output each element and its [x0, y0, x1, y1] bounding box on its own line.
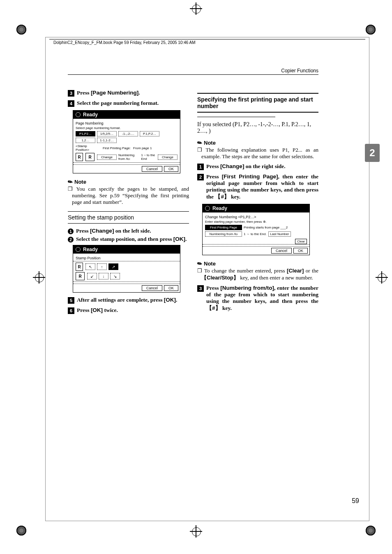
last-number-button[interactable]: Last Number [268, 231, 291, 237]
first-printing-page-value: From page 1 [133, 146, 152, 150]
clear-button[interactable]: [Clear] [287, 268, 304, 274]
hash-key[interactable]: # [215, 194, 230, 200]
subsection-heading: Setting the stamp position [68, 211, 189, 224]
note2-or: or the [304, 268, 318, 274]
change-button[interactable]: [Change] [90, 228, 114, 234]
arrow-top-left-icon[interactable]: ↖ [85, 263, 95, 270]
note-heading: ✎Note [197, 260, 318, 267]
numbering-from-to-label: Numbering from /to: [118, 153, 140, 161]
note-body: The following explanation uses P1, P2...… [201, 147, 318, 160]
ok-button[interactable]: [OK] [91, 307, 103, 313]
orientation-icon[interactable]: R [76, 272, 85, 280]
intro-paragraph: If you selected (P1, P2…, -1-,-2-…, P.1,… [197, 121, 318, 134]
lcd-page-numbering: Ready Page Numbering Select page numberi… [73, 110, 180, 173]
page-frame-top [49, 39, 365, 39]
lcd-status: Ready [212, 205, 227, 211]
change-button[interactable]: Change [97, 155, 117, 160]
left-column: 3 Press [Page Numbering]. 4 Select the p… [68, 87, 189, 317]
divider [197, 117, 275, 117]
format-option[interactable]: 1,2… [76, 138, 95, 143]
crop-mark [190, 525, 202, 538]
step-b: 2 Press [First Printing Page], then ente… [197, 173, 318, 201]
cancel-button[interactable]: Cancel [271, 248, 292, 254]
clear-stop-key[interactable]: Clear/Stop [201, 275, 239, 281]
arrow-bottom-left-icon[interactable]: ↙ [87, 273, 97, 279]
orientation-icon[interactable]: R [85, 153, 95, 161]
numbering-from-to-button[interactable]: [Numbering from/to] [220, 285, 274, 291]
registration-mark [366, 526, 376, 536]
step-a-post: on the right side. [244, 163, 285, 169]
ok-button[interactable]: [OK] [164, 297, 176, 303]
crop-mark [33, 271, 45, 284]
format-option[interactable]: P.1,P.2… [140, 131, 159, 136]
note-body: To change the number entered, press [Cle… [201, 268, 318, 282]
substep-2: 2 Select the stamp position, and then pr… [68, 236, 189, 242]
lcd-title: Change Numbering <P1,P2…> [205, 215, 307, 219]
change-button[interactable]: [Change] [220, 163, 244, 169]
status-led-icon [205, 206, 210, 211]
hash-key[interactable]: # [206, 305, 221, 311]
status-led-icon [76, 112, 81, 117]
registration-mark [16, 526, 26, 536]
substep-number-icon: 2 [68, 237, 74, 242]
arrow-up-icon[interactable]: ↑ [97, 263, 107, 270]
orientation-icon[interactable]: R [76, 263, 83, 271]
lcd-stamp-position: Ready Stamp Position R ↖ ↑ ↗ R ↙ [73, 245, 180, 293]
registration-mark [366, 25, 376, 35]
ok-button[interactable]: [OK] [173, 236, 185, 242]
note-heading: ✎Note [68, 178, 189, 185]
clear-button[interactable]: Clear [295, 239, 307, 244]
step-number-icon: 4 [68, 100, 74, 107]
step-5: 5 After all settings are complete, press… [68, 297, 189, 304]
content: Copier Functions 3 Press [Page Numbering… [68, 68, 318, 317]
substep-1-pre: Press [76, 228, 90, 234]
page-numbering-button[interactable]: [Page Numbering] [91, 90, 138, 96]
step-b-post: key. [230, 194, 240, 200]
step-number-icon: 6 [68, 307, 74, 314]
cancel-button[interactable]: Cancel [142, 166, 162, 172]
first-printing-page-button[interactable]: First Printing Page [205, 225, 242, 230]
note-heading: ✎Note [197, 139, 318, 146]
subsection-heading: Specifying the first printing page and s… [197, 93, 318, 113]
orientation-icon[interactable]: R [76, 153, 83, 161]
lcd-title: Page Numbering [76, 121, 178, 125]
registration-mark [16, 25, 26, 35]
step-5-post: . [176, 297, 177, 303]
pencil-icon: ✎ [196, 259, 203, 268]
step-6: 6 Press [OK] twice. [68, 307, 189, 314]
step-c-post: key. [221, 305, 232, 311]
change-button[interactable]: Change [158, 155, 178, 160]
substep-number-icon: 1 [68, 229, 74, 234]
step-6-pre: Press [77, 307, 91, 313]
running-head: Copier Functions [68, 68, 318, 75]
step-c-pre: Press [206, 285, 220, 291]
arrow-bottom-right-icon[interactable]: ↘ [110, 273, 120, 279]
note-body: You can specify the pages to be stamped,… [72, 186, 189, 205]
note2-post: key, and then enter a new number. [239, 275, 313, 281]
first-printing-page-button[interactable]: [First Printing Page] [222, 173, 278, 180]
crop-mark [190, 2, 202, 15]
cancel-button[interactable]: Cancel [142, 285, 162, 291]
pencil-icon: ✎ [196, 138, 203, 147]
ok-button[interactable]: OK [164, 166, 178, 172]
right-column: Specifying the first printing page and s… [197, 87, 318, 317]
step-4-text: Select the page numbering format. [77, 100, 189, 106]
arrow-down-icon[interactable]: ↓ [99, 273, 108, 279]
ok-button[interactable]: OK [293, 248, 308, 254]
step-number-icon: 1 [197, 164, 204, 170]
step-number-icon: 3 [68, 90, 74, 97]
lcd-status: Ready [83, 112, 98, 118]
ok-button[interactable]: OK [164, 285, 178, 291]
format-option[interactable]: 1-1,1-2… [97, 138, 117, 143]
arrow-top-right-icon[interactable]: ↗ [108, 263, 118, 270]
numbering-from-to-button[interactable]: Numbering from /to [205, 231, 242, 237]
step-6-post: twice. [103, 307, 118, 313]
lcd-change-numbering: Ready Change Numbering <P1,P2…> Enter st… [202, 204, 310, 255]
step-3: 3 Press [Page Numbering]. [68, 90, 189, 97]
chapter-tab: 2 [365, 144, 380, 162]
bookline: DolphinC2_ENcopy_F_FM.book Page 59 Frida… [53, 40, 363, 45]
format-option[interactable]: 1/5,2/5… [97, 131, 117, 136]
format-option[interactable]: -1-,-2-… [118, 131, 138, 136]
format-option[interactable]: P1,P2… [76, 131, 95, 136]
pencil-icon: ✎ [66, 178, 74, 186]
